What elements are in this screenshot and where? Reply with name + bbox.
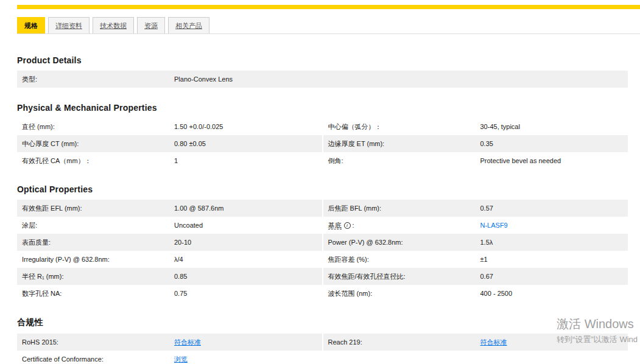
spec-cell: 类型: Plano-Convex Lens — [17, 71, 628, 88]
spec-value: 0.57 — [480, 205, 624, 212]
spec-cell: 倒角: Protective bevel as needed — [323, 152, 628, 169]
spec-label: 中心偏（弧分）： — [328, 122, 480, 131]
spec-label: 类型: — [22, 75, 174, 84]
spec-value: Plano-Convex Lens — [174, 75, 623, 83]
spec-row: Certificate of Conformance: 浏览 — [17, 351, 628, 364]
spec-row: Irregularity (P-V) @ 632.8nm: λ/4 焦距容差 (… — [17, 251, 628, 268]
spec-label: 有效孔径 CA（mm）： — [22, 156, 174, 166]
spec-content: Product Details 类型: Plano-Convex Lens Ph… — [17, 34, 628, 364]
spec-row: 中心厚度 CT (mm): 0.80 ±0.05 边缘厚度 ET (mm): 0… — [17, 135, 628, 152]
spec-label-substrate: 基底i: — [328, 221, 480, 230]
spec-value: λ/4 — [174, 256, 317, 263]
spec-cell: 后焦距 BFL (mm): 0.57 — [323, 200, 628, 217]
spec-cell: 有效焦距/有效孔径直径比: 0.67 — [323, 268, 628, 285]
spec-label: 半径 R₁ (mm): — [22, 272, 174, 281]
spec-cell: 半径 R₁ (mm): 0.85 — [17, 268, 322, 285]
section-optical: Optical Properties 有效焦距 EFL (mm): 1.00 @… — [17, 184, 628, 302]
tab-resources[interactable]: 资源 — [137, 17, 165, 33]
spec-label: 中心厚度 CT (mm): — [22, 139, 174, 149]
spec-value: 20-10 — [174, 239, 317, 246]
spec-row: 表面质量: 20-10 Power (P-V) @ 632.8nm: 1.5λ — [17, 234, 628, 251]
spec-cell: Reach 219: 符合标准 — [323, 334, 628, 351]
section-physical-mechanical: Physical & Mechanical Properties 直径 (mm)… — [17, 103, 628, 169]
spec-value: 0.67 — [480, 273, 624, 280]
spec-cell: 表面质量: 20-10 — [17, 234, 322, 251]
spec-value: 30-45, typical — [480, 123, 624, 130]
spec-value: Protective bevel as needed — [480, 157, 624, 164]
spec-label: Reach 219: — [328, 338, 480, 346]
spec-row: 直径 (mm): 1.50 +0.0/-0.025 中心偏（弧分）： 30-45… — [17, 118, 628, 135]
section-title-physical: Physical & Mechanical Properties — [17, 103, 628, 113]
spec-label: 焦距容差 (%): — [328, 255, 480, 264]
spec-cell: 波长范围 (nm): 400 - 2500 — [323, 285, 628, 302]
certificate-view-link[interactable]: 浏览 — [174, 355, 623, 364]
spec-value: 0.85 — [174, 273, 317, 280]
spec-cell: 边缘厚度 ET (mm): 0.35 — [323, 135, 628, 152]
spec-label: 表面质量: — [22, 238, 174, 247]
spec-cell: RoHS 2015: 符合标准 — [17, 334, 322, 351]
spec-cell: 中心偏（弧分）： 30-45, typical — [323, 118, 628, 135]
spec-value: 1.50 +0.0/-0.025 — [174, 123, 317, 130]
reach-compliant-link[interactable]: 符合标准 — [480, 338, 624, 347]
tab-details[interactable]: 详细资料 — [48, 17, 90, 33]
spec-label: RoHS 2015: — [22, 338, 174, 346]
spec-cell: 有效孔径 CA（mm）： 1 — [17, 152, 322, 169]
section-compliance: 合规性 RoHS 2015: 符合标准 Reach 219: 符合标准 Cert… — [17, 317, 628, 364]
spec-value: ±1 — [480, 256, 624, 263]
spec-row: 有效焦距 EFL (mm): 1.00 @ 587.6nm 后焦距 BFL (m… — [17, 200, 628, 217]
spec-cell: 涂层: Uncoated — [17, 217, 322, 234]
spec-label: 有效焦距/有效孔径直径比: — [328, 272, 480, 281]
spec-cell: 有效焦距 EFL (mm): 1.00 @ 587.6nm — [17, 200, 322, 217]
section-title-compliance: 合规性 — [17, 317, 628, 328]
spec-label: 波长范围 (nm): — [328, 289, 480, 298]
spec-value: 400 - 2500 — [480, 290, 624, 297]
spec-cell: Certificate of Conformance: 浏览 — [17, 351, 628, 364]
tab-technical-data[interactable]: 技术数据 — [93, 17, 134, 33]
spec-label: 后焦距 BFL (mm): — [328, 204, 480, 213]
spec-cell: 直径 (mm): 1.50 +0.0/-0.025 — [17, 118, 322, 135]
spec-row: 数字孔径 NA: 0.75 波长范围 (nm): 400 - 2500 — [17, 285, 628, 302]
spec-row: 类型: Plano-Convex Lens — [17, 71, 628, 88]
spec-label: 直径 (mm): — [22, 122, 174, 131]
spec-cell: 焦距容差 (%): ±1 — [323, 251, 628, 268]
spec-label: Power (P-V) @ 632.8nm: — [328, 239, 480, 246]
spec-row: 有效孔径 CA（mm）： 1 倒角: Protective bevel as n… — [17, 152, 628, 169]
substrate-link[interactable]: N-LASF9 — [480, 222, 624, 229]
section-title-optical: Optical Properties — [17, 184, 628, 194]
rohs-compliant-link[interactable]: 符合标准 — [174, 338, 317, 347]
section-product-details: Product Details 类型: Plano-Convex Lens — [17, 55, 628, 88]
spec-value: 0.35 — [480, 140, 624, 147]
tab-related-products[interactable]: 相关产品 — [168, 17, 209, 33]
spec-label: Certificate of Conformance: — [22, 355, 174, 363]
spec-value: 1.00 @ 587.6nm — [174, 205, 317, 212]
spec-value: Uncoated — [174, 222, 317, 229]
spec-cell: 基底i: N-LASF9 — [323, 217, 628, 234]
accent-strip — [17, 5, 640, 9]
spec-cell: 中心厚度 CT (mm): 0.80 ±0.05 — [17, 135, 322, 152]
section-title-product-details: Product Details — [17, 55, 628, 65]
spec-row: 涂层: Uncoated 基底i: N-LASF9 — [17, 217, 628, 234]
spec-label: Irregularity (P-V) @ 632.8nm: — [22, 256, 174, 263]
spec-label: 倒角: — [328, 156, 480, 166]
spec-row: RoHS 2015: 符合标准 Reach 219: 符合标准 — [17, 334, 628, 351]
spec-value: 1 — [174, 157, 317, 164]
spec-label: 数字孔径 NA: — [22, 289, 174, 298]
spec-cell: Irregularity (P-V) @ 632.8nm: λ/4 — [17, 251, 322, 268]
spec-label: 有效焦距 EFL (mm): — [22, 204, 174, 213]
info-icon[interactable]: i — [344, 222, 351, 229]
spec-cell: 数字孔径 NA: 0.75 — [17, 285, 322, 302]
spec-label: 涂层: — [22, 221, 174, 230]
spec-cell: Power (P-V) @ 632.8nm: 1.5λ — [323, 234, 628, 251]
spec-row: 半径 R₁ (mm): 0.85 有效焦距/有效孔径直径比: 0.67 — [17, 268, 628, 285]
spec-value: 0.75 — [174, 290, 317, 297]
spec-value: 0.80 ±0.05 — [174, 140, 317, 147]
spec-value: 1.5λ — [480, 239, 624, 246]
tab-bar: 规格 详细资料 技术数据 资源 相关产品 — [17, 17, 640, 34]
spec-label: 边缘厚度 ET (mm): — [328, 139, 480, 149]
tab-specs[interactable]: 规格 — [17, 17, 45, 33]
